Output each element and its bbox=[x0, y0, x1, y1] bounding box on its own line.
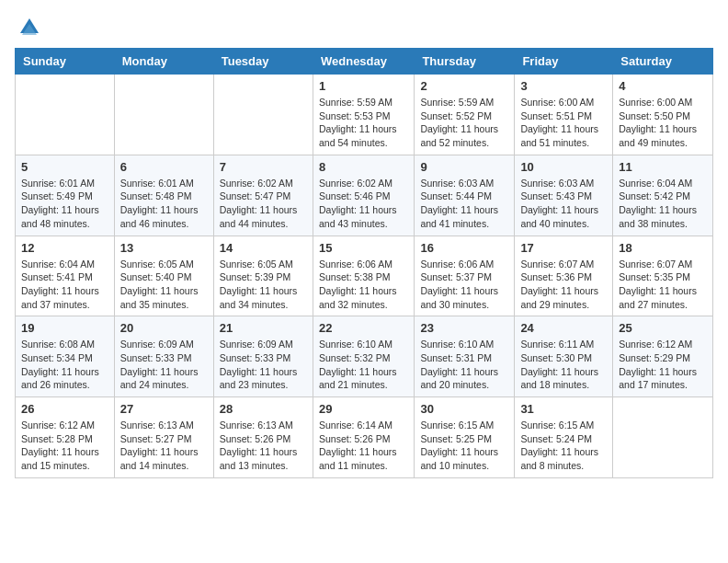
logo-icon bbox=[17, 15, 42, 40]
cell-info: Sunrise: 6:15 AMSunset: 5:24 PMDaylight:… bbox=[520, 419, 598, 471]
calendar-cell: 31 Sunrise: 6:15 AMSunset: 5:24 PMDaylig… bbox=[515, 397, 613, 478]
calendar-cell: 7 Sunrise: 6:02 AMSunset: 5:47 PMDayligh… bbox=[213, 155, 313, 236]
day-number: 4 bbox=[619, 79, 707, 93]
day-number: 30 bbox=[420, 402, 508, 416]
day-number: 6 bbox=[120, 160, 208, 174]
day-number: 25 bbox=[619, 321, 707, 335]
calendar-week-3: 12 Sunrise: 6:04 AMSunset: 5:41 PMDaylig… bbox=[16, 236, 713, 316]
day-number: 22 bbox=[319, 321, 408, 335]
day-number: 28 bbox=[220, 402, 307, 416]
day-number: 26 bbox=[21, 402, 108, 416]
day-number: 8 bbox=[319, 160, 408, 174]
cell-info: Sunrise: 6:13 AMSunset: 5:26 PMDaylight:… bbox=[220, 419, 298, 471]
cell-info: Sunrise: 6:04 AMSunset: 5:42 PMDaylight:… bbox=[619, 178, 697, 229]
calendar-cell: 23 Sunrise: 6:10 AMSunset: 5:31 PMDaylig… bbox=[415, 316, 515, 397]
calendar-week-1: 1 Sunrise: 5:59 AMSunset: 5:53 PMDayligh… bbox=[16, 75, 713, 155]
calendar-cell bbox=[16, 75, 115, 155]
calendar-cell: 5 Sunrise: 6:01 AMSunset: 5:49 PMDayligh… bbox=[16, 155, 115, 236]
calendar-cell: 18 Sunrise: 6:07 AMSunset: 5:35 PMDaylig… bbox=[613, 236, 713, 316]
cell-info: Sunrise: 6:04 AMSunset: 5:41 PMDaylight:… bbox=[21, 259, 99, 310]
calendar-cell: 10 Sunrise: 6:03 AMSunset: 5:43 PMDaylig… bbox=[515, 155, 613, 236]
calendar-cell: 13 Sunrise: 6:05 AMSunset: 5:40 PMDaylig… bbox=[114, 236, 213, 316]
calendar-header-row: SundayMondayTuesdayWednesdayThursdayFrid… bbox=[16, 49, 713, 75]
page-header bbox=[15, 15, 713, 37]
weekday-header-sunday: Sunday bbox=[16, 49, 115, 75]
calendar-cell: 1 Sunrise: 5:59 AMSunset: 5:53 PMDayligh… bbox=[313, 75, 414, 155]
cell-info: Sunrise: 6:07 AMSunset: 5:36 PMDaylight:… bbox=[520, 259, 598, 310]
calendar-cell: 30 Sunrise: 6:15 AMSunset: 5:25 PMDaylig… bbox=[415, 397, 515, 478]
cell-info: Sunrise: 6:14 AMSunset: 5:26 PMDaylight:… bbox=[319, 419, 397, 471]
cell-info: Sunrise: 6:05 AMSunset: 5:40 PMDaylight:… bbox=[120, 259, 199, 310]
cell-info: Sunrise: 6:06 AMSunset: 5:38 PMDaylight:… bbox=[319, 259, 397, 310]
calendar-cell: 8 Sunrise: 6:02 AMSunset: 5:46 PMDayligh… bbox=[313, 155, 414, 236]
calendar-cell: 28 Sunrise: 6:13 AMSunset: 5:26 PMDaylig… bbox=[213, 397, 313, 478]
calendar-cell: 29 Sunrise: 6:14 AMSunset: 5:26 PMDaylig… bbox=[313, 397, 414, 478]
calendar-cell: 26 Sunrise: 6:12 AMSunset: 5:28 PMDaylig… bbox=[16, 397, 115, 478]
calendar-table: SundayMondayTuesdayWednesdayThursdayFrid… bbox=[15, 48, 713, 478]
day-number: 13 bbox=[120, 241, 208, 255]
calendar-cell: 6 Sunrise: 6:01 AMSunset: 5:48 PMDayligh… bbox=[114, 155, 213, 236]
cell-info: Sunrise: 5:59 AMSunset: 5:53 PMDaylight:… bbox=[319, 97, 397, 148]
calendar-cell: 3 Sunrise: 6:00 AMSunset: 5:51 PMDayligh… bbox=[515, 75, 613, 155]
calendar-cell: 21 Sunrise: 6:09 AMSunset: 5:33 PMDaylig… bbox=[213, 316, 313, 397]
cell-info: Sunrise: 6:00 AMSunset: 5:50 PMDaylight:… bbox=[619, 97, 697, 148]
calendar-cell: 11 Sunrise: 6:04 AMSunset: 5:42 PMDaylig… bbox=[613, 155, 713, 236]
cell-info: Sunrise: 5:59 AMSunset: 5:52 PMDaylight:… bbox=[420, 97, 498, 148]
day-number: 16 bbox=[420, 241, 508, 255]
calendar-cell: 9 Sunrise: 6:03 AMSunset: 5:44 PMDayligh… bbox=[415, 155, 515, 236]
weekday-header-friday: Friday bbox=[515, 49, 613, 75]
day-number: 2 bbox=[420, 79, 508, 93]
day-number: 3 bbox=[520, 79, 607, 93]
logo bbox=[15, 15, 42, 37]
calendar-cell: 14 Sunrise: 6:05 AMSunset: 5:39 PMDaylig… bbox=[213, 236, 313, 316]
day-number: 18 bbox=[619, 241, 707, 255]
cell-info: Sunrise: 6:08 AMSunset: 5:34 PMDaylight:… bbox=[21, 339, 99, 390]
cell-info: Sunrise: 6:05 AMSunset: 5:39 PMDaylight:… bbox=[220, 259, 298, 310]
day-number: 20 bbox=[120, 321, 208, 335]
calendar-week-5: 26 Sunrise: 6:12 AMSunset: 5:28 PMDaylig… bbox=[16, 397, 713, 478]
cell-info: Sunrise: 6:12 AMSunset: 5:28 PMDaylight:… bbox=[21, 419, 99, 471]
weekday-header-wednesday: Wednesday bbox=[313, 49, 414, 75]
day-number: 12 bbox=[21, 241, 108, 255]
calendar-cell: 24 Sunrise: 6:11 AMSunset: 5:30 PMDaylig… bbox=[515, 316, 613, 397]
cell-info: Sunrise: 6:10 AMSunset: 5:31 PMDaylight:… bbox=[420, 339, 498, 390]
calendar-cell: 27 Sunrise: 6:13 AMSunset: 5:27 PMDaylig… bbox=[114, 397, 213, 478]
calendar-cell: 16 Sunrise: 6:06 AMSunset: 5:37 PMDaylig… bbox=[415, 236, 515, 316]
day-number: 31 bbox=[520, 402, 607, 416]
day-number: 10 bbox=[520, 160, 607, 174]
day-number: 29 bbox=[319, 402, 408, 416]
calendar-cell bbox=[213, 75, 313, 155]
day-number: 5 bbox=[21, 160, 108, 174]
calendar-cell: 15 Sunrise: 6:06 AMSunset: 5:38 PMDaylig… bbox=[313, 236, 414, 316]
cell-info: Sunrise: 6:00 AMSunset: 5:51 PMDaylight:… bbox=[520, 97, 598, 148]
calendar-week-4: 19 Sunrise: 6:08 AMSunset: 5:34 PMDaylig… bbox=[16, 316, 713, 397]
cell-info: Sunrise: 6:02 AMSunset: 5:47 PMDaylight:… bbox=[220, 178, 298, 229]
calendar-body: 1 Sunrise: 5:59 AMSunset: 5:53 PMDayligh… bbox=[16, 75, 713, 478]
weekday-header-tuesday: Tuesday bbox=[213, 49, 313, 75]
cell-info: Sunrise: 6:03 AMSunset: 5:43 PMDaylight:… bbox=[520, 178, 598, 229]
calendar-cell: 4 Sunrise: 6:00 AMSunset: 5:50 PMDayligh… bbox=[613, 75, 713, 155]
day-number: 15 bbox=[319, 241, 408, 255]
weekday-header-saturday: Saturday bbox=[613, 49, 713, 75]
calendar-cell: 19 Sunrise: 6:08 AMSunset: 5:34 PMDaylig… bbox=[16, 316, 115, 397]
day-number: 1 bbox=[319, 79, 408, 93]
day-number: 27 bbox=[120, 402, 208, 416]
cell-info: Sunrise: 6:01 AMSunset: 5:48 PMDaylight:… bbox=[120, 178, 199, 229]
day-number: 9 bbox=[420, 160, 508, 174]
weekday-header-thursday: Thursday bbox=[415, 49, 515, 75]
cell-info: Sunrise: 6:06 AMSunset: 5:37 PMDaylight:… bbox=[420, 259, 498, 310]
cell-info: Sunrise: 6:02 AMSunset: 5:46 PMDaylight:… bbox=[319, 178, 397, 229]
day-number: 24 bbox=[520, 321, 607, 335]
day-number: 17 bbox=[520, 241, 607, 255]
cell-info: Sunrise: 6:10 AMSunset: 5:32 PMDaylight:… bbox=[319, 339, 397, 390]
cell-info: Sunrise: 6:01 AMSunset: 5:49 PMDaylight:… bbox=[21, 178, 99, 229]
calendar-cell: 25 Sunrise: 6:12 AMSunset: 5:29 PMDaylig… bbox=[613, 316, 713, 397]
cell-info: Sunrise: 6:07 AMSunset: 5:35 PMDaylight:… bbox=[619, 259, 697, 310]
calendar-cell bbox=[114, 75, 213, 155]
cell-info: Sunrise: 6:09 AMSunset: 5:33 PMDaylight:… bbox=[220, 339, 298, 390]
calendar-cell: 2 Sunrise: 5:59 AMSunset: 5:52 PMDayligh… bbox=[415, 75, 515, 155]
calendar-cell: 22 Sunrise: 6:10 AMSunset: 5:32 PMDaylig… bbox=[313, 316, 414, 397]
calendar-week-2: 5 Sunrise: 6:01 AMSunset: 5:49 PMDayligh… bbox=[16, 155, 713, 236]
day-number: 11 bbox=[619, 160, 707, 174]
calendar-cell bbox=[613, 397, 713, 478]
